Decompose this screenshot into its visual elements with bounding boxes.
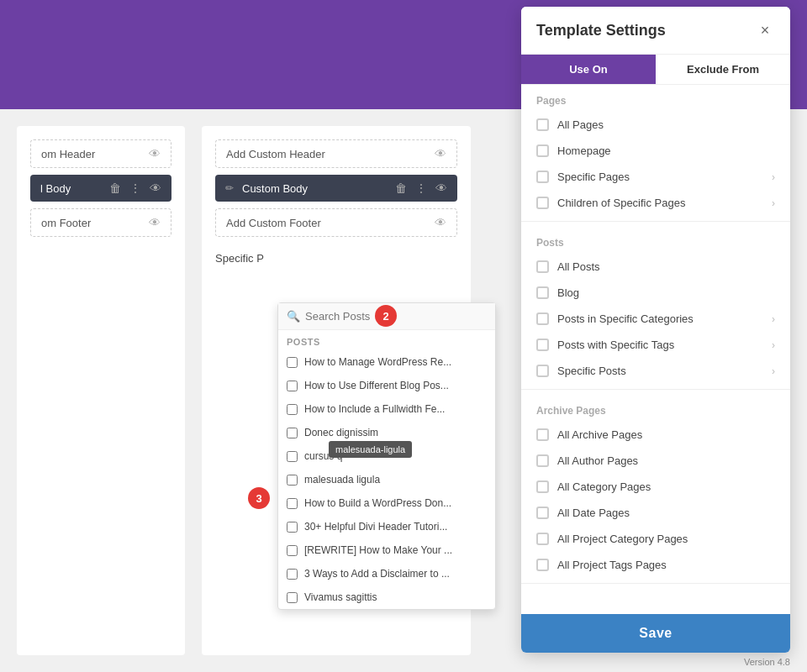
checkbox-all-archive-pages[interactable] [536, 428, 549, 441]
om-header-item: om Header 👁 [30, 139, 171, 168]
chevron-right-icon: › [772, 197, 775, 209]
search-item[interactable]: 3 Ways to Add a Disclaimer to ... [278, 562, 495, 585]
checkbox-posts-specific-categories[interactable] [536, 312, 549, 325]
save-button[interactable]: Save [521, 614, 790, 653]
option-posts-specific-categories[interactable]: Posts in Specific Categories› [521, 306, 790, 332]
search-item-checkbox[interactable] [287, 451, 298, 462]
option-label-all-date-pages: All Date Pages [557, 507, 630, 519]
search-item-checkbox[interactable] [287, 569, 298, 580]
search-item[interactable]: [REWRITE] How to Make Your ... [278, 538, 495, 562]
checkbox-all-project-tags-pages[interactable] [536, 559, 549, 571]
body-label: l Body [40, 182, 71, 195]
checkbox-children-specific-pages[interactable] [536, 197, 549, 209]
section-header-posts-section: Posts [521, 227, 790, 254]
search-item-label: How to Build a WordPress Don... [304, 497, 451, 509]
option-children-specific-pages[interactable]: Children of Specific Pages› [521, 190, 790, 216]
specific-p-area: Specific P [215, 250, 457, 265]
search-item[interactable]: cursus qmalesuada-ligula [278, 444, 495, 468]
option-label-all-category-pages: All Category Pages [557, 480, 651, 493]
option-blog[interactable]: Blog [521, 280, 790, 306]
section-divider [521, 583, 790, 584]
search-item-checkbox[interactable] [287, 545, 298, 556]
trash-icon[interactable]: 🗑 [109, 181, 121, 195]
checkbox-blog[interactable] [536, 286, 549, 299]
checkbox-posts-specific-tags[interactable] [536, 339, 549, 351]
eye-icon-5[interactable]: 👁 [435, 181, 447, 195]
option-label-blog: Blog [557, 286, 579, 299]
checkbox-all-pages[interactable] [536, 118, 549, 131]
option-all-archive-pages[interactable]: All Archive Pages [521, 422, 790, 448]
dots-icon[interactable]: ⋮ [129, 181, 141, 195]
pencil-icon[interactable]: ✏ [225, 182, 234, 194]
search-item-checkbox[interactable] [287, 522, 298, 533]
tab-use-on[interactable]: Use On [521, 55, 656, 84]
search-icon: 🔍 [287, 310, 300, 323]
trash-icon-2[interactable]: 🗑 [395, 181, 407, 195]
search-item[interactable]: Donec dignissim [278, 421, 495, 444]
search-item-label: 30+ Helpful Divi Header Tutori... [304, 521, 447, 533]
dots-icon-2[interactable]: ⋮ [415, 181, 427, 195]
close-button[interactable]: × [755, 20, 775, 40]
search-item[interactable]: How to Build a WordPress Don... [278, 491, 495, 515]
posts-section-label: Posts [278, 330, 495, 350]
option-all-category-pages[interactable]: All Category Pages [521, 474, 790, 500]
option-all-project-category-pages[interactable]: All Project Category Pages [521, 526, 790, 552]
section-header-archive-section: Archive Pages [521, 395, 790, 422]
option-specific-posts[interactable]: Specific Posts› [521, 358, 790, 384]
option-all-author-pages[interactable]: All Author Pages [521, 448, 790, 474]
option-posts-specific-tags[interactable]: Posts with Specific Tags› [521, 332, 790, 358]
search-item-checkbox[interactable] [287, 381, 298, 391]
tab-exclude-from[interactable]: Exclude From [656, 55, 790, 84]
search-item-label: [REWRITE] How to Make Your ... [304, 544, 452, 556]
search-item[interactable]: How to Manage WordPress Re... [278, 350, 495, 374]
checkbox-homepage[interactable] [536, 144, 549, 157]
search-item-checkbox[interactable] [287, 428, 298, 438]
eye-icon-4[interactable]: 👁 [435, 147, 446, 160]
option-all-posts[interactable]: All Posts [521, 254, 790, 280]
checkbox-specific-posts[interactable] [536, 365, 549, 377]
checkbox-all-author-pages[interactable] [536, 454, 549, 467]
eye-icon-2[interactable]: 👁 [150, 181, 161, 195]
add-footer-item[interactable]: Add Custom Footer 👁 [215, 208, 457, 237]
om-footer-label: om Footer [41, 217, 91, 229]
option-label-children-specific-pages: Children of Specific Pages [557, 197, 685, 209]
checkbox-all-date-pages[interactable] [536, 507, 549, 519]
chevron-right-icon: › [772, 171, 775, 183]
eye-icon-1[interactable]: 👁 [149, 147, 161, 160]
search-item[interactable]: How to Use Different Blog Pos... [278, 374, 495, 397]
eye-icon-3[interactable]: 👁 [149, 216, 161, 229]
option-all-project-tags-pages[interactable]: All Project Tags Pages [521, 552, 790, 578]
search-item[interactable]: 30+ Helpful Divi Header Tutori... [278, 515, 495, 538]
search-item[interactable]: How to Include a Fullwidth Fe... [278, 397, 495, 421]
panel-title: Template Settings [536, 22, 666, 39]
option-all-pages[interactable]: All Pages [521, 112, 790, 138]
search-item-label: How to Use Different Blog Pos... [304, 380, 449, 391]
search-item-checkbox[interactable] [287, 592, 298, 603]
option-label-all-project-category-pages: All Project Category Pages [557, 533, 688, 545]
eye-icon-6[interactable]: 👁 [435, 216, 446, 229]
search-item-label: How to Include a Fullwidth Fe... [304, 403, 445, 415]
search-item-checkbox[interactable] [287, 475, 298, 486]
search-dropdown: 🔍 Posts How to Manage WordPress Re...How… [277, 302, 496, 610]
chevron-right-icon: › [772, 365, 775, 377]
checkbox-all-posts[interactable] [536, 260, 549, 273]
search-item-checkbox[interactable] [287, 404, 298, 415]
search-item[interactable]: Vivamus sagittis [278, 585, 495, 609]
add-header-item[interactable]: Add Custom Header 👁 [215, 139, 457, 168]
custom-body-label: Custom Body [242, 182, 308, 195]
checkbox-all-category-pages[interactable] [536, 480, 549, 493]
search-item-checkbox[interactable] [287, 498, 298, 509]
option-label-all-pages: All Pages [557, 118, 604, 131]
checkbox-specific-pages[interactable] [536, 171, 549, 183]
option-specific-pages[interactable]: Specific Pages› [521, 164, 790, 190]
search-item-checkbox[interactable] [287, 357, 298, 368]
search-item-label: 3 Ways to Add a Disclaimer to ... [304, 568, 450, 580]
option-all-date-pages[interactable]: All Date Pages [521, 500, 790, 526]
search-items-container: How to Manage WordPress Re...How to Use … [278, 350, 495, 609]
add-footer-label: Add Custom Footer [226, 217, 321, 229]
search-item-label: Donec dignissim [304, 427, 378, 438]
search-item[interactable]: malesuada ligula [278, 468, 495, 491]
search-item-label: cursus q [304, 450, 342, 462]
option-homepage[interactable]: Homepage [521, 138, 790, 164]
checkbox-all-project-category-pages[interactable] [536, 533, 549, 545]
